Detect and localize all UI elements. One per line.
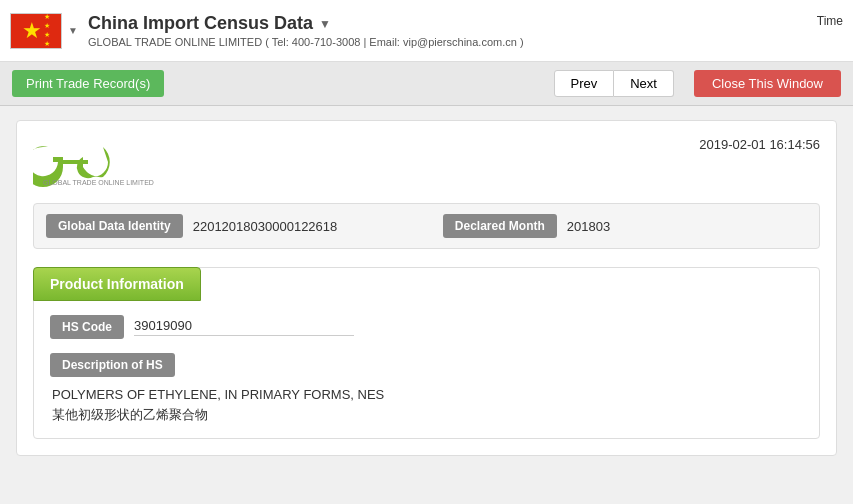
dropdown-arrow-icon[interactable]: ▼ [68, 25, 78, 36]
record-timestamp: 2019-02-01 16:14:56 [699, 137, 820, 152]
product-section-title: Product Information [33, 267, 201, 301]
hs-code-label: HS Code [50, 315, 124, 339]
toolbar: Print Trade Record(s) Prev Next Close Th… [0, 62, 853, 106]
record-card: GLOBAL TRADE ONLINE LIMITED 2019-02-01 1… [16, 120, 837, 456]
svg-text:GLOBAL TRADE ONLINE LIMITED: GLOBAL TRADE ONLINE LIMITED [43, 179, 154, 186]
description-of-hs-label: Description of HS [50, 353, 175, 377]
declared-month-value: 201803 [567, 219, 807, 234]
identity-row: Global Data Identity 2201201803000012261… [33, 203, 820, 249]
declared-month-label: Declared Month [443, 214, 557, 238]
title-arrow-icon[interactable]: ▼ [319, 17, 331, 31]
product-section: Product Information HS Code 39019090 Des… [33, 267, 820, 439]
description-cn: 某他初级形状的乙烯聚合物 [50, 406, 803, 424]
flag-icon: ★ ★ ★ ★ ★ [10, 13, 62, 49]
header-subtitle: GLOBAL TRADE ONLINE LIMITED ( Tel: 400-7… [88, 36, 524, 48]
app-title: China Import Census Data ▼ [88, 13, 524, 34]
header-title-block: China Import Census Data ▼ GLOBAL TRADE … [88, 13, 524, 48]
prev-button[interactable]: Prev [554, 70, 615, 97]
product-section-content: HS Code 39019090 Description of HS POLYM… [34, 301, 819, 438]
main-content: GLOBAL TRADE ONLINE LIMITED 2019-02-01 1… [0, 106, 853, 470]
close-button[interactable]: Close This Window [694, 70, 841, 97]
logo-container: GLOBAL TRADE ONLINE LIMITED [33, 137, 163, 187]
card-header: GLOBAL TRADE ONLINE LIMITED 2019-02-01 1… [33, 137, 820, 187]
global-data-identity-value: 22012018030000122618 [193, 219, 433, 234]
company-logo: GLOBAL TRADE ONLINE LIMITED [33, 137, 163, 187]
print-button[interactable]: Print Trade Record(s) [12, 70, 164, 97]
hs-code-row: HS Code 39019090 [50, 315, 803, 339]
app-header: ★ ★ ★ ★ ★ ▼ China Import Census Data ▼ G… [0, 0, 853, 62]
svg-rect-0 [63, 160, 88, 164]
description-label-row: Description of HS [50, 353, 803, 377]
description-en: POLYMERS OF ETHYLENE, IN PRIMARY FORMS, … [50, 387, 803, 402]
global-data-identity-label: Global Data Identity [46, 214, 183, 238]
header-time-label: Time [817, 6, 843, 28]
nav-buttons: Prev Next [554, 70, 674, 97]
next-button[interactable]: Next [614, 70, 674, 97]
hs-code-value: 39019090 [134, 318, 354, 336]
